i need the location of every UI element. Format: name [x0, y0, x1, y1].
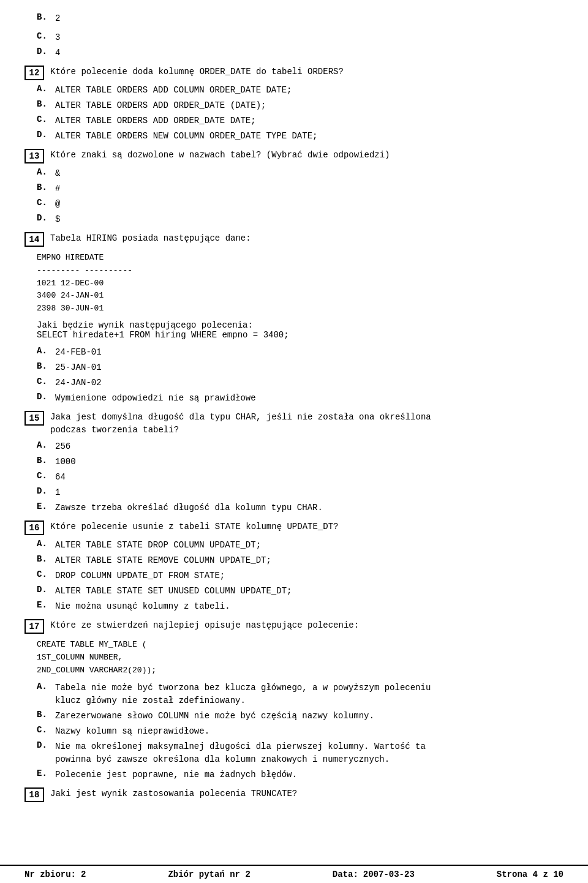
q16-text-d: ALTER TABLE STATE SET UNUSED COLUMN UPDA… [55, 585, 564, 598]
q14-letter-d: D. [37, 392, 55, 402]
q14-letter-a: A. [37, 346, 55, 356]
q16-letter-b: B. [37, 554, 55, 564]
footer-data-label: Data: [333, 870, 358, 879]
q17-answer-a: A. Tabela nie może być tworzona bez kluc… [37, 682, 564, 707]
q14-table: EMPNO HIREDATE --------- ---------- 1021… [37, 252, 564, 315]
footer-data: Data: 2007-03-23 [333, 870, 415, 879]
letter-c: C. [37, 31, 55, 41]
q17-code-line3: 2ND_COLUMN VARCHAR2(20)); [37, 664, 564, 677]
footer-zbior-label: Zbiór pytań nr 2 [168, 870, 250, 879]
q13-answer-c: C. @ [37, 198, 564, 211]
q16-text-a: ALTER TABLE STATE DROP COLUMN UPDATE_DT; [55, 539, 564, 552]
q12-text-d: ALTER TABLE ORDERS NEW COLUMN ORDER_DATE… [55, 130, 564, 143]
page-content: B. 2 C. 3 D. 4 12 Które polecenie doda k… [0, 0, 588, 845]
footer-strona-label: Strona 4 z 10 [497, 870, 564, 879]
q15-answer-b: B. 1000 [37, 456, 564, 468]
q17-letter-c: C. [37, 725, 55, 735]
q17-text-b: Zarezerwowane słowo COLUMN nie może być … [55, 710, 564, 723]
q16-answer-c: C. DROP COLUMN UPDATE_DT FROM STATE; [37, 569, 564, 582]
q14-text-c: 24-JAN-02 [55, 377, 564, 389]
q16-text: Które polecenie usunie z tabeli STATE ko… [50, 520, 564, 533]
q17-code: CREATE TABLE MY_TABLE ( 1ST_COLUMN NUMBE… [37, 639, 564, 677]
q13-letter-d: D. [37, 213, 55, 223]
answer-text-b2: 2 [55, 12, 564, 25]
question-18: 18 Jaki jest wynik zastosowania poleceni… [24, 787, 564, 802]
q14-query-block: Jaki będzie wynik następującego poleceni… [37, 320, 564, 340]
q14-answer-d: D. Wymienione odpowiedzi nie są prawidło… [37, 392, 564, 405]
q12-answer-b: B. ALTER TABLE ORDERS ADD ORDER_DATE (DA… [37, 99, 564, 112]
q16-text-b: ALTER TABLE STATE REMOVE COLUMN UPDATE_D… [55, 554, 564, 567]
footer-data-value: 2007-03-23 [363, 870, 415, 879]
q17-text-a: Tabela nie może być tworzona bez klucza … [55, 682, 564, 707]
q15-number: 15 [24, 411, 44, 426]
q16-answer-d: D. ALTER TABLE STATE SET UNUSED COLUMN U… [37, 585, 564, 598]
question-12: 12 Które polecenie doda kolumnę ORDER_DA… [24, 66, 564, 80]
q13-number: 13 [24, 149, 44, 163]
q14-text-b: 25-JAN-01 [55, 361, 564, 374]
question-15: 15 Jaka jest domyślna długość dla typu C… [24, 411, 564, 437]
q16-answer-b: B. ALTER TABLE STATE REMOVE COLUMN UPDAT… [37, 554, 564, 567]
footer-strona: Strona 4 z 10 [497, 870, 564, 879]
q15-text-c: 64 [55, 471, 564, 484]
q15-text: Jaka jest domyślna długość dla typu CHAR… [50, 411, 564, 437]
letter-b: B. [37, 12, 55, 22]
q16-letter-a: A. [37, 539, 55, 549]
q12-answer-a: A. ALTER TABLE ORDERS ADD COLUMN ORDER_D… [37, 84, 564, 97]
page-footer: Nr zbioru: 2 Zbiór pytań nr 2 Data: 2007… [0, 865, 588, 883]
q17-text-c: Nazwy kolumn są nieprawidłowe. [55, 725, 564, 738]
q16-number: 16 [24, 520, 44, 535]
q17-answer-c: C. Nazwy kolumn są nieprawidłowe. [37, 725, 564, 738]
q15-text-d: 1 [55, 486, 564, 499]
q17-number: 17 [24, 619, 44, 634]
question-16: 16 Które polecenie usunie z tabeli STATE… [24, 520, 564, 535]
q17-code-line1: CREATE TABLE MY_TABLE ( [37, 639, 564, 652]
footer-nr-zbioru: Nr zbioru: 2 [24, 870, 86, 879]
q12-letter-c: C. [37, 115, 55, 124]
q12-number: 12 [24, 66, 44, 80]
q15-answer-e: E. Zawsze trzeba określać długość dla ko… [37, 502, 564, 514]
q14-number: 14 [24, 232, 44, 247]
q13-answer-d: D. $ [37, 213, 564, 226]
q12-text: Które polecenie doda kolumnę ORDER_DATE … [50, 66, 564, 78]
q16-answer-e: E. Nie można usunąć kolumny z tabeli. [37, 600, 564, 613]
question-13: 13 Które znaki są dozwolone w nazwach ta… [24, 149, 564, 163]
q16-letter-d: D. [37, 585, 55, 595]
q16-letter-e: E. [37, 600, 55, 610]
q14-table-header: EMPNO HIREDATE [37, 252, 564, 265]
q13-answer-b: B. # [37, 182, 564, 195]
q14-query-label: Jaki będzie wynik następującego poleceni… [37, 320, 564, 330]
question-14: 14 Tabela HIRING posiada następujące dan… [24, 232, 564, 247]
q17-letter-e: E. [37, 768, 55, 778]
footer-nr-label: Nr zbioru: [24, 870, 76, 879]
q17-letter-d: D. [37, 740, 55, 750]
q15-answer-c: C. 64 [37, 471, 564, 484]
answer-d4: D. 4 [37, 47, 564, 59]
q13-text: Które znaki są dozwolone w nazwach tabel… [50, 149, 564, 162]
q14-table-row1: 1021 12-DEC-00 [37, 277, 564, 290]
q14-text-a: 24-FEB-01 [55, 346, 564, 359]
q15-text-a: 256 [55, 440, 564, 453]
q13-letter-c: C. [37, 198, 55, 208]
q15-text-e: Zawsze trzeba określać długość dla kolum… [55, 502, 564, 514]
q12-text-c: ALTER TABLE ORDERS ADD ORDER_DATE DATE; [55, 115, 564, 127]
q16-text-c: DROP COLUMN UPDATE_DT FROM STATE; [55, 569, 564, 582]
q17-letter-a: A. [37, 682, 55, 691]
q17-text: Które ze stwierdzeń najlepiej opisuje na… [50, 619, 564, 632]
q14-table-row2: 3400 24-JAN-01 [37, 290, 564, 302]
question-17: 17 Które ze stwierdzeń najlepiej opisuje… [24, 619, 564, 634]
footer-nr-value: 2 [81, 870, 86, 879]
answer-text-c3: 3 [55, 31, 564, 44]
q14-answer-b: B. 25-JAN-01 [37, 361, 564, 374]
q14-letter-c: C. [37, 377, 55, 386]
q12-answer-d: D. ALTER TABLE ORDERS NEW COLUMN ORDER_D… [37, 130, 564, 143]
q13-answer-a: A. & [37, 167, 564, 180]
q17-text-e: Polecenie jest poprawne, nie ma żadnych … [55, 768, 564, 781]
q15-letter-e: E. [37, 502, 55, 511]
q15-letter-c: C. [37, 471, 55, 481]
q14-text: Tabela HIRING posiada następujące dane: [50, 232, 564, 245]
q14-answer-c: C. 24-JAN-02 [37, 377, 564, 389]
q13-text-d: $ [55, 213, 564, 226]
q17-answer-d: D. Nie ma określonej maksymalnej długośc… [37, 740, 564, 766]
answer-b2: B. 2 [37, 12, 564, 25]
q14-query: SELECT hiredate+1 FROM hiring WHERE empn… [37, 330, 564, 340]
